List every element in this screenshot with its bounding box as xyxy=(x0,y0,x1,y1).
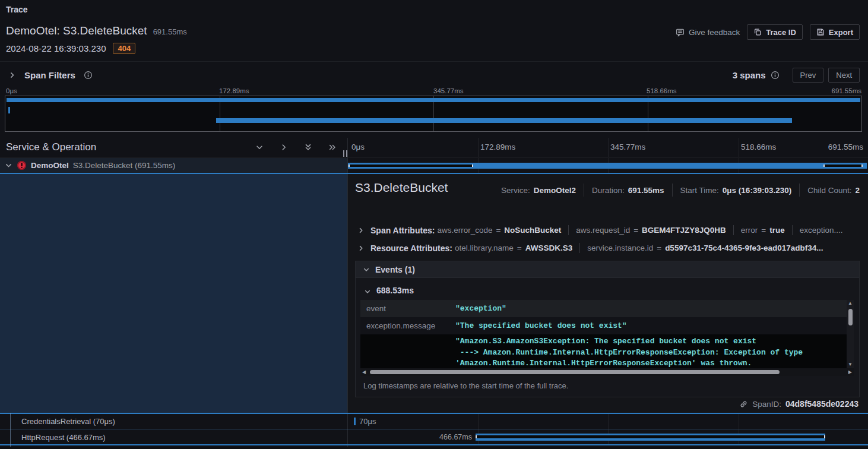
attr-value: true xyxy=(769,226,785,235)
give-feedback-link[interactable]: Give feedback xyxy=(676,28,740,37)
root-span-bar[interactable] xyxy=(348,163,867,169)
scroll-up-icon[interactable]: ▲ xyxy=(847,300,854,307)
scroll-left-icon[interactable]: ◀ xyxy=(362,369,366,376)
root-span-bar-row[interactable] xyxy=(348,158,868,173)
divider xyxy=(733,225,734,235)
trace-id-label: Trace ID xyxy=(766,28,796,37)
span-id-value: 04d8f5485de02243 xyxy=(785,399,859,409)
status-badge: 404 xyxy=(113,43,135,54)
collapse-one-icon[interactable] xyxy=(255,143,264,151)
child-count-label: Child Count: xyxy=(807,186,851,195)
span-attributes-row[interactable]: Span Attributes: aws.error_code=NoSuchBu… xyxy=(357,225,843,235)
divider xyxy=(792,225,793,235)
divider xyxy=(799,184,800,197)
info-icon[interactable] xyxy=(771,71,780,80)
service-operation-header: Service & Operation xyxy=(0,138,347,157)
ruler-tick-1: 172.89ms xyxy=(219,87,249,94)
copy-icon xyxy=(753,28,762,36)
feedback-bubble-icon xyxy=(676,28,685,37)
span-nav-controls: 3 spans Prev Next xyxy=(733,62,860,87)
export-icon xyxy=(816,28,825,36)
bottom-strip xyxy=(0,447,868,449)
tree-indent-guide xyxy=(10,413,11,447)
export-button[interactable]: Export xyxy=(810,24,860,40)
span-id-label: SpanID: xyxy=(752,400,781,409)
info-icon[interactable] xyxy=(84,71,93,80)
timeline-tick-4: 691.55ms xyxy=(828,143,863,151)
timeline-gridline xyxy=(608,138,609,157)
credentials-span-bar-row[interactable]: 70μs xyxy=(348,414,868,429)
expand-one-icon[interactable] xyxy=(280,143,288,151)
vertical-scrollbar[interactable]: ▲ ▼ xyxy=(847,300,854,368)
scroll-down-icon[interactable]: ▼ xyxy=(847,361,854,368)
credentials-span-row: CredentialsRetrieval (70μs) 70μs xyxy=(0,414,868,429)
root-span-row[interactable]: DemoOtel S3.DeleteBucket (691.55ms) xyxy=(0,158,347,173)
http-span-label[interactable]: HttpRequest (466.67ms) xyxy=(21,429,106,445)
divider xyxy=(568,225,569,235)
trace-duration: 691.55ms xyxy=(153,27,187,36)
attr-key: aws.error_code xyxy=(437,226,492,235)
start-time-value: 0μs (16:39:03.230) xyxy=(723,186,791,195)
child-count-value: 2 xyxy=(855,186,860,195)
service-label: Service: xyxy=(501,186,530,195)
prev-span-button[interactable]: Prev xyxy=(793,68,824,83)
minimap-http-span-bar xyxy=(216,118,792,123)
trace-minimap[interactable] xyxy=(5,96,862,132)
attr-key: aws.request_id xyxy=(576,226,630,235)
root-span-operation: S3.DeleteBucket (691.55ms) xyxy=(73,161,176,170)
event-value: "The specified bucket does not exist" xyxy=(455,317,845,334)
credentials-span-bar[interactable] xyxy=(354,418,356,425)
header-actions: Give feedback Trace ID Export xyxy=(676,24,860,40)
chevron-right-icon[interactable] xyxy=(357,245,365,252)
event-timestamp-header[interactable]: 688.53ms xyxy=(356,278,859,300)
span-detail-panel: S3.DeleteBucket Service:DemoOtel2 Durati… xyxy=(348,174,868,413)
service-value: DemoOtel2 xyxy=(534,186,576,195)
attr-key-truncated: exception.... xyxy=(800,226,843,235)
error-icon xyxy=(17,161,26,170)
log-timestamps-note: Log timestamps are relative to the start… xyxy=(363,381,859,390)
http-span-bar-row[interactable]: 466.67ms xyxy=(348,429,868,444)
span-filters-toggle[interactable]: Span Filters xyxy=(8,62,93,87)
attr-value: BGEM4FTJZY8JQ0HB xyxy=(642,226,726,235)
events-title: Events (1) xyxy=(375,265,415,274)
event-key: event xyxy=(366,300,452,317)
timeline-gridline xyxy=(739,138,739,157)
start-time-label: Start Time: xyxy=(680,186,719,195)
credentials-span-label[interactable]: CredentialsRetrieval (70μs) xyxy=(21,414,115,429)
horizontal-scrollbar[interactable]: ◀ ▶ xyxy=(360,368,854,376)
divider xyxy=(579,243,580,253)
vertical-scroll-thumb[interactable] xyxy=(848,309,853,325)
event-value: "exception" xyxy=(455,300,845,317)
http-span-bar[interactable] xyxy=(476,434,825,441)
chevron-right-icon[interactable] xyxy=(357,227,365,234)
critical-path-segment xyxy=(349,165,473,167)
chevron-down-icon[interactable] xyxy=(5,162,12,169)
timeline-tick-1: 172.89ms xyxy=(480,143,515,151)
trace-header: Trace DemoOtel: S3.DeleteBucket 691.55ms… xyxy=(0,0,868,62)
event-row: exception.message "The specified bucket … xyxy=(360,317,854,334)
service-operation-label: Service & Operation xyxy=(6,141,96,153)
trace-meta-row: 2024-08-22 16:39:03.230 404 xyxy=(6,43,135,54)
divider xyxy=(672,184,673,197)
event-row: event "exception" xyxy=(360,300,854,317)
attr-key: error xyxy=(741,226,758,235)
trace-title: DemoOtel: S3.DeleteBucket xyxy=(6,24,147,37)
trace-id-button[interactable]: Trace ID xyxy=(747,24,803,40)
resource-attributes-row[interactable]: Resource Attributes: otel.library.name=A… xyxy=(357,243,823,253)
chevron-down-icon xyxy=(363,266,370,273)
collapse-all-icon[interactable] xyxy=(304,143,312,151)
scroll-right-icon[interactable]: ▶ xyxy=(848,369,852,376)
splitter-grip-icon[interactable] xyxy=(343,150,347,157)
expand-all-icon[interactable] xyxy=(328,143,337,151)
credentials-duration-label: 70μs xyxy=(359,414,376,429)
duration-label: Duration: xyxy=(592,186,625,195)
next-span-button[interactable]: Next xyxy=(828,68,860,83)
equals-sign: = xyxy=(496,226,500,235)
event-stacktrace-row: "Amazon.S3.AmazonS3Exception: The specif… xyxy=(360,334,854,368)
timeline-gridline xyxy=(739,414,739,429)
critical-path-segment xyxy=(476,435,825,438)
http-duration-label: 466.67ms xyxy=(348,429,472,445)
link-icon[interactable] xyxy=(739,400,748,409)
events-header[interactable]: Events (1) xyxy=(356,261,859,278)
horizontal-scroll-thumb[interactable] xyxy=(370,370,780,374)
